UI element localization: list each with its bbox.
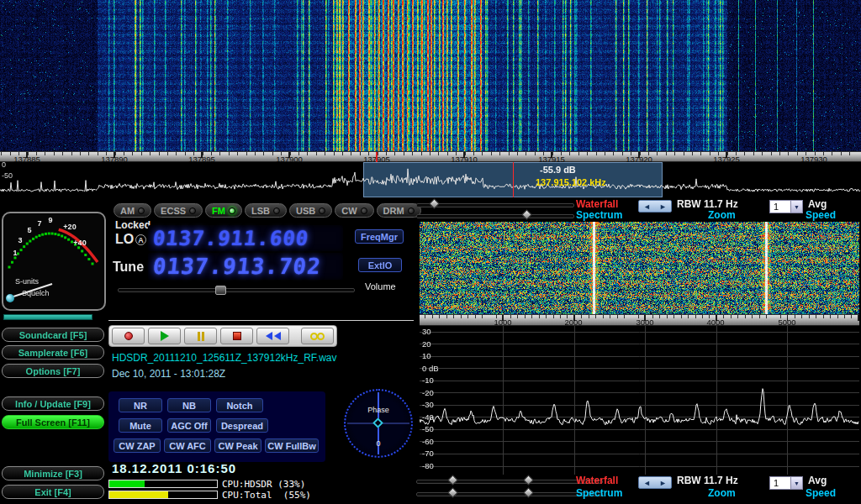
- hdsdr-window: 137885 137890 137895 137900 137905 13791…: [0, 0, 861, 504]
- cw-zap-button[interactable]: CW ZAP: [114, 438, 161, 453]
- main-spectrum-strip[interactable]: 0 -50 -55.9 dB 137.915.102 kHz: [0, 162, 861, 197]
- zoom-label-top: Zoom: [708, 209, 736, 221]
- exit-button[interactable]: Exit [F4]: [2, 485, 104, 499]
- zoom-waterfall-wrap[interactable]: [420, 222, 859, 314]
- strip-scale-zero: 0: [2, 160, 6, 169]
- phase-label: Phase: [342, 406, 415, 414]
- avg-label-bottom: Avg: [808, 475, 827, 486]
- play-button[interactable]: [148, 328, 181, 344]
- mode-ecss[interactable]: ECSS: [154, 203, 203, 218]
- despread-button[interactable]: Despread: [216, 418, 268, 433]
- mode-led-icon: [229, 207, 235, 214]
- waterfall-contrast-slider-top[interactable]: [416, 203, 574, 207]
- db-tick: 20: [422, 339, 431, 349]
- main-spectrum-canvas[interactable]: [0, 162, 861, 197]
- cpu-hdsdr-bar: [108, 480, 218, 488]
- loop-button[interactable]: [301, 328, 334, 344]
- waterfall-label-bottom: Waterfall: [576, 475, 618, 486]
- cpu-total-bar: [108, 491, 218, 499]
- smeter-canvas: [3, 213, 104, 309]
- main-waterfall[interactable]: [0, 0, 861, 151]
- pause-button[interactable]: [184, 328, 217, 344]
- waterfall-contrast-slider-bottom[interactable]: [416, 480, 603, 484]
- rewind-icon: [266, 332, 272, 340]
- prev-arrow-icon[interactable]: ◄: [643, 479, 651, 487]
- samplerate-button[interactable]: Samplerate [F6]: [2, 345, 104, 360]
- spectrum-zoom-slider-top[interactable]: [416, 214, 574, 218]
- db-tick: -50: [422, 424, 434, 433]
- fullscreen-button[interactable]: Full Screen [F11]: [2, 415, 104, 429]
- mode-lsb[interactable]: LSB: [245, 203, 287, 218]
- record-icon: [124, 332, 133, 340]
- mode-cw[interactable]: CW: [335, 203, 373, 218]
- mode-led-icon: [408, 207, 415, 214]
- cpu-hdsdr-fill: [109, 480, 145, 487]
- strip-scale-minus50: -50: [2, 171, 13, 180]
- mode-label: AM: [120, 206, 135, 216]
- db-tick: -10: [422, 375, 434, 385]
- soundcard-button[interactable]: Soundcard [F5]: [2, 328, 104, 342]
- combo-caret-icon[interactable]: ▼: [790, 477, 802, 489]
- mode-fm[interactable]: FM: [205, 203, 242, 218]
- spectrum-label-bottom: Spectrum: [576, 487, 622, 499]
- cw-fullbw-button[interactable]: CW FullBw: [265, 438, 319, 453]
- loop-icon: [317, 333, 325, 340]
- volume-slider[interactable]: [118, 288, 355, 292]
- zoom-waterfall[interactable]: [420, 222, 859, 314]
- agc-off-button[interactable]: AGC Off: [167, 418, 211, 433]
- avg-combo-top[interactable]: 1 ▼: [769, 200, 803, 213]
- zoom-spectrum[interactable]: 30 20 10 0 dB -10 -20 -30 -40 -50 -60 -7…: [420, 326, 859, 475]
- spectrum-zoom-slider-bottom[interactable]: [416, 492, 603, 496]
- mode-drm[interactable]: DRM: [377, 203, 421, 218]
- record-button[interactable]: [112, 328, 145, 344]
- lo-frequency-display[interactable]: 0137.911.600: [148, 225, 343, 251]
- mode-led-icon: [189, 207, 196, 214]
- mute-button[interactable]: Mute: [119, 418, 162, 433]
- squelch-label: Squelch: [22, 289, 50, 297]
- next-arrow-icon[interactable]: ►: [659, 479, 667, 487]
- zoom-frequency-ruler[interactable]: 1000 2000 3000 4000 5000: [420, 314, 859, 326]
- mode-label: LSB: [251, 206, 270, 216]
- next-arrow-icon[interactable]: ►: [659, 202, 667, 211]
- extio-button[interactable]: ExtIO: [358, 258, 402, 272]
- mode-led-icon: [273, 207, 280, 214]
- lo-channel-badge[interactable]: A: [135, 234, 146, 245]
- db-tick: -80: [422, 461, 434, 470]
- tune-frequency-digits[interactable]: 0137.913.702: [151, 254, 322, 279]
- volume-slider-thumb[interactable]: [215, 286, 226, 295]
- zoom-label-bottom: Zoom: [708, 487, 736, 499]
- combo-caret-icon[interactable]: ▼: [790, 201, 802, 213]
- options-button[interactable]: Options [F7]: [2, 364, 104, 378]
- mode-am[interactable]: AM: [114, 203, 151, 218]
- mode-label: DRM: [383, 206, 404, 216]
- locked-label: Locked: [115, 219, 151, 231]
- main-frequency-ruler[interactable]: 137885 137890 137895 137900 137905 13791…: [0, 151, 861, 162]
- nb-button[interactable]: NB: [167, 398, 211, 412]
- avg-combo-bottom[interactable]: 1 ▼: [769, 476, 803, 490]
- freqmgr-button[interactable]: FreqMgr: [355, 229, 404, 244]
- playback-controls: [108, 325, 337, 347]
- db-tick: -30: [422, 400, 434, 409]
- recording-file-name: HDSDR_20111210_125611Z_137912kHz_RF.wav: [112, 352, 337, 364]
- zoom-spectrum-canvas[interactable]: [420, 326, 859, 475]
- notch-button[interactable]: Notch: [216, 398, 263, 412]
- spectrum-label-top: Spectrum: [576, 209, 622, 221]
- db-tick: -70: [422, 449, 434, 458]
- readout-db: -55.9 dB: [540, 165, 576, 175]
- mode-label: ECSS: [161, 206, 186, 216]
- tune-frequency-display[interactable]: 0137.913.702: [148, 253, 343, 280]
- prev-arrow-icon[interactable]: ◄: [643, 202, 651, 211]
- cw-peak-button[interactable]: CW Peak: [214, 438, 261, 453]
- rewind-button[interactable]: [256, 328, 289, 344]
- mode-usb[interactable]: USB: [289, 203, 332, 218]
- lo-frequency-digits[interactable]: 0137.911.600: [152, 227, 310, 250]
- stop-button[interactable]: [220, 328, 253, 344]
- mode-label: CW: [341, 206, 357, 216]
- s-meter[interactable]: S-units Squelch: [2, 212, 106, 311]
- minimize-button[interactable]: Minimize [F3]: [2, 466, 104, 480]
- db-tick: 30: [422, 327, 431, 336]
- speed-label-bottom: Speed: [806, 487, 836, 499]
- cw-afc-button[interactable]: CW AFC: [164, 438, 211, 453]
- info-update-button[interactable]: Info / Update [F9]: [2, 396, 104, 411]
- nr-button[interactable]: NR: [119, 398, 162, 412]
